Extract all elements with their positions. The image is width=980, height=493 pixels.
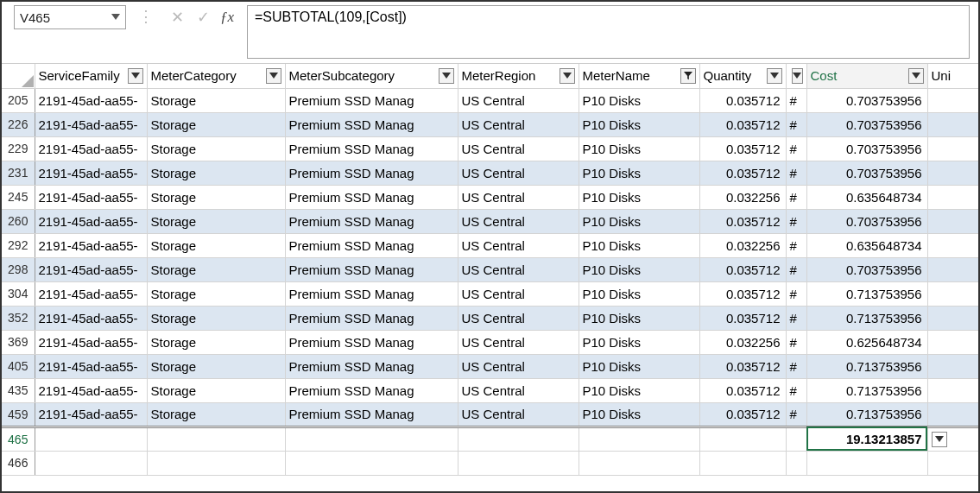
cell[interactable] bbox=[806, 451, 927, 475]
cell-unit[interactable] bbox=[927, 161, 979, 185]
cell-quantity[interactable]: 0.035712 bbox=[699, 209, 786, 233]
cell-quantity[interactable]: 0.035712 bbox=[699, 136, 786, 161]
cell-unit[interactable] bbox=[927, 402, 979, 427]
cell-metersubcategory[interactable]: Premium SSD Manag bbox=[285, 306, 458, 330]
cell-hash[interactable]: # bbox=[786, 112, 806, 136]
cell-servicefamily[interactable]: 2191-45ad-aa55- bbox=[35, 233, 147, 257]
cell-quantity[interactable]: 0.035712 bbox=[699, 306, 786, 330]
cell-hash[interactable]: # bbox=[786, 233, 806, 257]
cell-quantity[interactable]: 0.035712 bbox=[699, 378, 786, 402]
cell-cost[interactable]: 0.703753956 bbox=[806, 136, 927, 161]
cell-meterregion[interactable]: US Central bbox=[458, 402, 579, 427]
cell-metercategory[interactable]: Storage bbox=[147, 257, 285, 281]
cell-metersubcategory[interactable]: Premium SSD Manag bbox=[285, 233, 458, 257]
cell-cost[interactable]: 0.713753956 bbox=[806, 354, 927, 378]
cell-cost[interactable]: 0.625648734 bbox=[806, 330, 927, 354]
cell-metername[interactable]: P10 Disks bbox=[579, 112, 699, 136]
cell-cost[interactable]: 0.635648734 bbox=[806, 185, 927, 209]
cell-servicefamily[interactable]: 2191-45ad-aa55- bbox=[35, 281, 147, 306]
filter-button-metercategory[interactable] bbox=[266, 68, 281, 84]
cell-cost[interactable]: 0.703753956 bbox=[806, 112, 927, 136]
cell-hash[interactable]: # bbox=[786, 88, 806, 112]
cell-metercategory[interactable]: Storage bbox=[147, 161, 285, 185]
cell-servicefamily[interactable]: 2191-45ad-aa55- bbox=[35, 354, 147, 378]
cell-metercategory[interactable]: Storage bbox=[147, 306, 285, 330]
column-header-narrow[interactable] bbox=[786, 64, 806, 88]
cell-meterregion[interactable]: US Central bbox=[458, 306, 579, 330]
cell-metercategory[interactable]: Storage bbox=[147, 136, 285, 161]
cell-unit[interactable] bbox=[927, 88, 979, 112]
cell-meterregion[interactable]: US Central bbox=[458, 185, 579, 209]
cell-metername[interactable]: P10 Disks bbox=[579, 378, 699, 402]
cell-metername[interactable]: P10 Disks bbox=[579, 209, 699, 233]
row-number[interactable]: 405 bbox=[2, 354, 35, 378]
cell-hash[interactable]: # bbox=[786, 306, 806, 330]
name-box-dropdown-icon[interactable] bbox=[111, 13, 120, 22]
cell-hash[interactable]: # bbox=[786, 136, 806, 161]
cell-meterregion[interactable]: US Central bbox=[458, 233, 579, 257]
cell-metername[interactable]: P10 Disks bbox=[579, 136, 699, 161]
cell-metername[interactable]: P10 Disks bbox=[579, 330, 699, 354]
cell-metername[interactable]: P10 Disks bbox=[579, 161, 699, 185]
cell-unit[interactable] bbox=[927, 136, 979, 161]
cell-meterregion[interactable]: US Central bbox=[458, 257, 579, 281]
cell-meterregion[interactable]: US Central bbox=[458, 209, 579, 233]
formula-input[interactable] bbox=[247, 5, 970, 59]
cell-unit[interactable] bbox=[927, 257, 979, 281]
cell-cost[interactable]: 0.713753956 bbox=[806, 378, 927, 402]
cell-cost[interactable]: 0.703753956 bbox=[806, 88, 927, 112]
insert-function-button[interactable]: ƒx bbox=[216, 5, 242, 29]
cell-quantity[interactable]: 0.035712 bbox=[699, 88, 786, 112]
cell-quantity[interactable]: 0.035712 bbox=[699, 112, 786, 136]
cell-cost[interactable]: 0.703753956 bbox=[806, 257, 927, 281]
cell-cost[interactable]: 0.635648734 bbox=[806, 233, 927, 257]
column-header-unit[interactable]: Uni bbox=[927, 64, 979, 88]
cell-quantity[interactable]: 0.032256 bbox=[699, 330, 786, 354]
cell-unit[interactable] bbox=[927, 233, 979, 257]
cell-hash[interactable]: # bbox=[786, 354, 806, 378]
cell-hash[interactable]: # bbox=[786, 209, 806, 233]
spreadsheet-grid[interactable]: ServiceFamily MeterCategory MeterSubcate… bbox=[2, 64, 978, 476]
cell[interactable] bbox=[699, 427, 786, 451]
column-header-cost[interactable]: Cost bbox=[806, 64, 927, 88]
cell-servicefamily[interactable]: 2191-45ad-aa55- bbox=[35, 257, 147, 281]
filter-button-metername-active[interactable] bbox=[680, 68, 696, 84]
cell-metercategory[interactable]: Storage bbox=[147, 233, 285, 257]
cell-quantity[interactable]: 0.032256 bbox=[699, 185, 786, 209]
row-number[interactable]: 459 bbox=[2, 402, 35, 427]
total-dropdown-button[interactable] bbox=[932, 432, 947, 447]
cell-quantity[interactable]: 0.035712 bbox=[699, 161, 786, 185]
column-header-quantity[interactable]: Quantity bbox=[699, 64, 786, 88]
cell-metersubcategory[interactable]: Premium SSD Manag bbox=[285, 281, 458, 306]
cell-metersubcategory[interactable]: Premium SSD Manag bbox=[285, 354, 458, 378]
column-header-servicefamily[interactable]: ServiceFamily bbox=[35, 64, 147, 88]
cell-servicefamily[interactable]: 2191-45ad-aa55- bbox=[35, 161, 147, 185]
row-number[interactable]: 466 bbox=[2, 451, 35, 475]
row-number[interactable]: 245 bbox=[2, 185, 35, 209]
column-header-metersubcategory[interactable]: MeterSubcategory bbox=[285, 64, 458, 88]
row-number[interactable]: 304 bbox=[2, 281, 35, 306]
row-number[interactable]: 231 bbox=[2, 161, 35, 185]
row-number[interactable]: 352 bbox=[2, 306, 35, 330]
cell-metercategory[interactable]: Storage bbox=[147, 354, 285, 378]
cell[interactable] bbox=[927, 451, 979, 475]
cell-unit[interactable] bbox=[927, 185, 979, 209]
cell-metername[interactable]: P10 Disks bbox=[579, 402, 699, 427]
cell-metersubcategory[interactable]: Premium SSD Manag bbox=[285, 185, 458, 209]
cell-metersubcategory[interactable]: Premium SSD Manag bbox=[285, 136, 458, 161]
cell-unit[interactable] bbox=[927, 330, 979, 354]
cell-metersubcategory[interactable]: Premium SSD Manag bbox=[285, 378, 458, 402]
cell-unit[interactable] bbox=[927, 378, 979, 402]
cell-servicefamily[interactable]: 2191-45ad-aa55- bbox=[35, 112, 147, 136]
total-dropdown-cell[interactable] bbox=[927, 427, 979, 451]
row-number[interactable]: 260 bbox=[2, 209, 35, 233]
cell-metersubcategory[interactable]: Premium SSD Manag bbox=[285, 402, 458, 427]
cell-unit[interactable] bbox=[927, 209, 979, 233]
filter-button-quantity[interactable] bbox=[767, 68, 782, 84]
row-number[interactable]: 292 bbox=[2, 233, 35, 257]
cell[interactable] bbox=[458, 427, 579, 451]
cell-metername[interactable]: P10 Disks bbox=[579, 88, 699, 112]
cell-metersubcategory[interactable]: Premium SSD Manag bbox=[285, 161, 458, 185]
cell-servicefamily[interactable]: 2191-45ad-aa55- bbox=[35, 88, 147, 112]
cell[interactable] bbox=[458, 451, 579, 475]
